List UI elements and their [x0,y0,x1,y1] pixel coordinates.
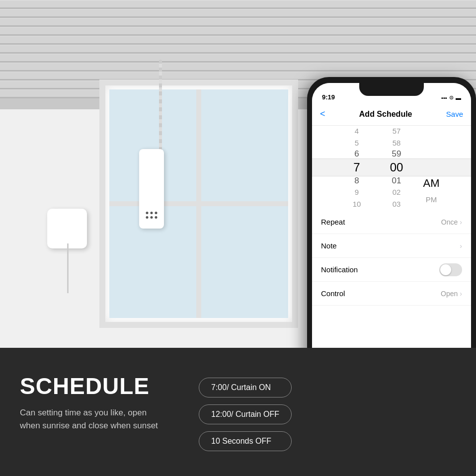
tag-seconds-off: 10 Seconds OFF [199,431,292,451]
min-03: 03 [377,199,416,209]
top-photo-section: 9:19 ▪▪▪ ⊜ ▬ < Add Schedule Save [0,0,476,348]
phone-shell: 9:19 ▪▪▪ ⊜ ▬ < Add Schedule Save [307,77,476,348]
screen-title: Add Schedule [359,110,412,119]
phone-screen: 9:19 ▪▪▪ ⊜ ▬ < Add Schedule Save [312,83,471,348]
schedule-text-block: SCHEDULE Can setting time as you like, o… [20,373,169,432]
note-label: Note [321,241,337,250]
am-selected: AM [423,176,440,191]
window-frame [99,79,298,328]
control-value-text: Open [441,290,458,298]
hour-5: 5 [337,137,377,148]
status-time: 9:19 [322,93,335,101]
bottom-section: SCHEDULE Can setting time as you like, o… [0,348,476,476]
note-value: › [460,242,462,250]
tag-curtain-on: 7:00/ Curtain ON [199,378,292,397]
phone-notch [359,83,424,96]
toggle-thumb [440,264,451,275]
time-picker-highlight [312,159,471,176]
device-wire [67,243,69,293]
control-item[interactable]: Control Open › [312,282,471,306]
schedule-title: SCHEDULE [20,373,169,399]
smart-device-hub [47,209,87,248]
save-button[interactable]: Save [446,110,463,118]
status-icons: ▪▪▪ ⊜ ▬ [441,94,461,101]
min-01: 01 [377,175,416,186]
notification-item[interactable]: Notification [312,258,471,282]
min-59: 59 [377,149,416,159]
schedule-tags: 7:00/ Curtain ON 12:00/ Curtain OFF 10 S… [199,373,292,451]
settings-menu: Repeat Once › Note › [312,210,471,306]
pm-option: PM [426,192,437,207]
back-button[interactable]: < [320,109,325,119]
control-label: Control [321,289,345,298]
hour-9: 9 [337,187,377,197]
repeat-item[interactable]: Repeat Once › [312,210,471,234]
tag-curtain-off: 12:00/ Curtain OFF [199,404,292,424]
smart-device-motor [139,149,164,229]
control-chevron-icon: › [460,290,462,298]
app-header: < Add Schedule Save [312,103,471,126]
notification-toggle[interactable] [439,263,462,276]
repeat-label: Repeat [321,218,345,226]
notification-label: Notification [321,265,358,274]
note-chevron-icon: › [460,242,462,250]
hour-8: 8 [337,175,377,186]
min-57: 57 [377,126,416,136]
wifi-icon: ⊜ [449,94,454,101]
hour-10: 10 [337,199,377,209]
schedule-description: Can setting time as you like, open when … [20,406,169,432]
signal-icon: ▪▪▪ [441,95,447,101]
repeat-value: Once › [441,218,462,226]
note-item[interactable]: Note › [312,234,471,258]
min-58: 58 [377,137,416,148]
control-value: Open › [441,290,462,298]
repeat-value-text: Once [441,218,458,226]
repeat-chevron-icon: › [460,218,462,226]
min-02: 02 [377,187,416,197]
hour-6: 6 [337,149,377,159]
time-picker[interactable]: 4 5 6 7 8 9 10 57 58 59 [312,126,471,209]
battery-icon: ▬ [456,95,461,101]
phone-mockup: 9:19 ▪▪▪ ⊜ ▬ < Add Schedule Save [307,77,476,348]
hour-4: 4 [337,126,377,136]
